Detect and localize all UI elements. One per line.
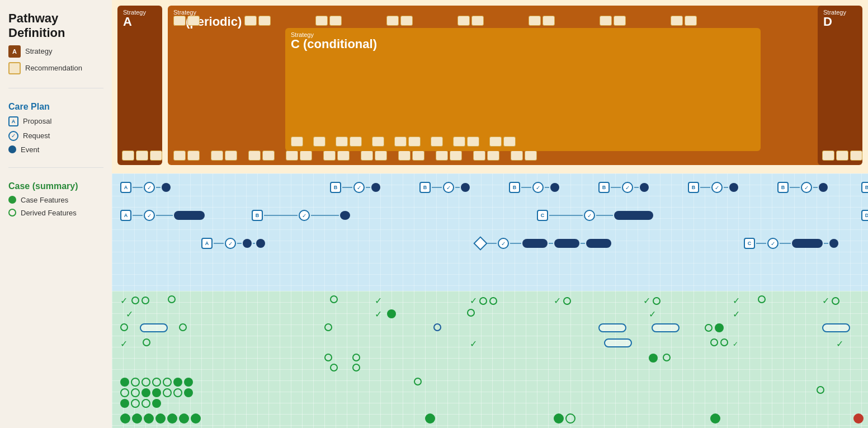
rec-box — [244, 16, 257, 26]
connector — [813, 187, 818, 188]
proposal-node: B — [861, 182, 868, 193]
rec-box — [225, 150, 237, 161]
derived-circle — [817, 386, 824, 394]
cs-group — [352, 364, 360, 371]
care-plan-chain-b1: B ✓ — [330, 182, 380, 193]
cs-bottom-row — [120, 413, 201, 424]
connector — [366, 187, 370, 188]
case-summary-section: ✓ ✓ ✓ ✓ ✓ ✓ — [112, 291, 868, 428]
derived-circle — [168, 295, 176, 303]
pathway-legend-section: Pathway Definition A Strategy Recommenda… — [8, 11, 103, 74]
filled-circle — [425, 413, 435, 424]
care-plan-chain-a3: A ✓ — [201, 238, 265, 249]
case-features-label: Case Features — [21, 196, 68, 204]
cs-bottom-mid2 — [554, 413, 575, 424]
rec-box — [258, 16, 271, 26]
rec-box — [336, 137, 348, 147]
cs-group — [710, 338, 728, 346]
request-node: ✓ — [299, 210, 310, 221]
connector — [581, 243, 585, 244]
rec-box — [471, 16, 484, 26]
derived-circle — [131, 388, 140, 397]
request-node: ✓ — [144, 210, 155, 221]
event-node-large — [586, 239, 611, 248]
filled-circle — [155, 413, 166, 424]
rec-box — [291, 137, 303, 147]
connector — [756, 243, 766, 244]
cs-group: ✓ — [836, 338, 843, 349]
check-icon: ✓ — [733, 309, 740, 319]
event-node — [243, 239, 252, 248]
care-plan-chain-b3: B ✓ — [509, 182, 559, 193]
event-node-large — [792, 239, 823, 248]
recommendation-icon — [8, 62, 21, 74]
cs-bottom-mid3 — [710, 413, 720, 424]
derived-circle — [131, 297, 139, 304]
event-node — [256, 239, 265, 248]
pill-shape — [652, 323, 680, 332]
cs-group — [330, 364, 338, 371]
derived-circle — [352, 364, 360, 371]
connector — [634, 187, 639, 188]
filled-circle — [554, 413, 564, 424]
event-node — [162, 183, 171, 192]
derived-circle — [120, 323, 128, 331]
rec-box — [850, 150, 862, 161]
derived-circle — [163, 388, 172, 397]
rec-box — [187, 150, 200, 161]
care-plan-legend-section: Care Plan A Proposal ✓ Request Event — [8, 102, 103, 154]
legend-strategy: A Strategy — [8, 45, 103, 58]
rec-box — [286, 150, 298, 161]
check-icon: ✓ — [733, 340, 738, 348]
derived-circle — [352, 354, 360, 361]
rec-box — [489, 137, 502, 147]
request-icon: ✓ — [8, 131, 18, 141]
derived-circle — [141, 297, 149, 304]
cs-group — [324, 323, 332, 331]
request-node: ✓ — [767, 238, 779, 249]
check-icon: ✓ — [836, 339, 843, 349]
derived-circle — [653, 297, 661, 305]
check-icon: ✓ — [733, 296, 740, 305]
derived-features-icon — [8, 209, 16, 217]
rec-box — [313, 137, 326, 147]
filled-circle-red — [853, 413, 864, 424]
request-label: Request — [23, 131, 50, 140]
derived-circle — [131, 399, 140, 408]
proposal-node: B — [330, 182, 341, 193]
cs-group — [649, 354, 658, 363]
cs-pill-group — [652, 323, 680, 332]
derived-circle — [141, 378, 150, 387]
rec-box — [450, 150, 462, 161]
main-content: StrategyA StrategyB (periodic) — [112, 0, 868, 428]
derived-features-label: Derived Features — [21, 209, 77, 217]
connector — [237, 243, 242, 244]
pill-shape — [604, 338, 632, 347]
filled-circle — [144, 413, 154, 424]
rec-box — [248, 150, 261, 161]
cs-group — [324, 354, 332, 361]
connector — [545, 187, 549, 188]
check-icon: ✓ — [649, 309, 656, 319]
event-node — [340, 211, 350, 220]
rec-box — [408, 137, 421, 147]
pathway-definition-title: Pathway Definition — [8, 11, 103, 41]
rec-box — [337, 150, 350, 161]
rec-box — [173, 150, 186, 161]
connector — [133, 187, 143, 188]
connector — [790, 187, 800, 188]
cs-group: ✓ — [649, 309, 656, 319]
event-node-large — [174, 211, 205, 220]
rec-box — [614, 16, 626, 26]
filled-circle — [152, 388, 161, 397]
connector — [700, 187, 710, 188]
check-icon: ✓ — [120, 339, 128, 349]
legend-case-features: Case Features — [8, 196, 103, 204]
connector — [156, 187, 161, 188]
proposal-node: B — [777, 182, 789, 193]
cs-group: ✓ — [120, 338, 128, 349]
derived-circle — [330, 295, 338, 303]
strategy-a-block: StrategyA — [117, 6, 162, 165]
connector — [724, 187, 728, 188]
request-node: ✓ — [622, 182, 633, 193]
